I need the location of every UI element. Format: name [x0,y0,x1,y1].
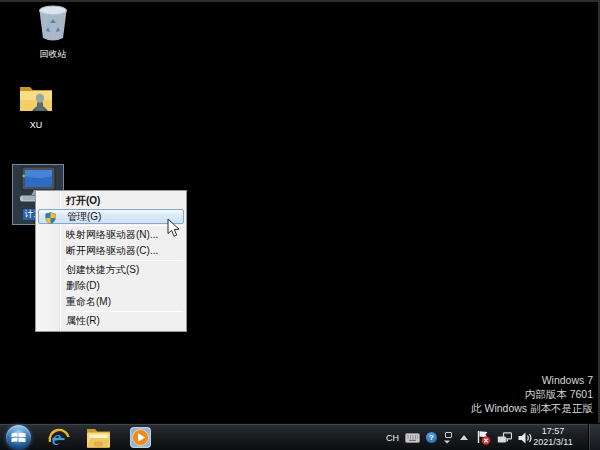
taskbar-media-player-button[interactable] [125,425,155,450]
menu-item-manage[interactable]: 管理(G) [38,209,184,224]
menu-item-open-label: 打开(O) [66,195,100,206]
clock-time: 17:57 [524,426,582,437]
menu-separator [66,311,183,312]
desktop-icon-user-folder[interactable]: XU [10,84,62,132]
menu-item-rename[interactable]: 重命名(M) [36,294,186,310]
show-desktop-button[interactable] [588,424,600,450]
windows-watermark: Windows 7 内部版本 7601 此 Windows 副本不是正版 [471,373,593,415]
windows-start-orb-icon [6,425,31,450]
menu-item-delete-label: 删除(D) [66,280,100,291]
menu-item-disconnect-network-drive-label: 断开网络驱动器(C)... [66,245,158,256]
menu-item-create-shortcut-label: 创建快捷方式(S) [66,264,139,275]
menu-item-rename-label: 重命名(M) [66,296,111,307]
mouse-cursor [167,218,181,238]
watermark-line-3: 此 Windows 副本不是正版 [471,401,593,415]
menu-item-properties-label: 属性(R) [66,315,100,326]
menu-item-map-network-drive[interactable]: 映射网络驱动器(N)... [36,227,186,243]
screen-top-edge [0,0,600,2]
menu-item-disconnect-network-drive[interactable]: 断开网络驱动器(C)... [36,243,186,259]
recycle-bin-icon [36,5,70,43]
clock-date: 2021/3/11 [524,437,582,448]
menu-item-open[interactable]: 打开(O) [36,193,186,209]
menu-item-manage-label: 管理(G) [67,211,101,222]
windows-explorer-folder-icon [86,427,111,449]
show-hidden-icons-button[interactable] [460,435,468,440]
computer-context-menu: 打开(O) 管理(G) 映射网络驱动器(N)... 断开网络驱动器(C)... … [35,190,187,332]
taskbar: e CH ? [0,423,600,450]
menu-separator [66,260,183,261]
watermark-line-1: Windows 7 [471,373,593,387]
language-options-icon[interactable] [443,432,452,444]
system-tray: CH ? [386,424,532,450]
watermark-line-2: 内部版本 7601 [471,387,593,401]
menu-item-map-network-drive-label: 映射网络驱动器(N)... [66,229,158,240]
menu-item-properties[interactable]: 属性(R) [36,313,186,329]
taskbar-clock[interactable]: 17:57 2021/3/11 [524,426,582,448]
uac-shield-icon [45,212,56,224]
windows-media-player-icon [129,426,152,449]
keyboard-icon[interactable] [405,433,420,443]
taskbar-internet-explorer-button[interactable]: e [44,425,74,450]
internet-explorer-icon: e [47,426,71,450]
menu-item-create-shortcut[interactable]: 创建快捷方式(S) [36,262,186,278]
menu-separator [66,225,183,226]
taskbar-windows-explorer-button[interactable] [83,425,113,450]
menu-item-delete[interactable]: 删除(D) [36,278,186,294]
start-button[interactable] [4,424,34,450]
recycle-bin-label: 回收站 [38,49,69,60]
user-folder-label: XU [28,120,45,131]
user-folder-icon [19,84,53,114]
input-language-indicator[interactable]: CH [386,433,399,443]
action-center-flag-icon[interactable] [476,430,491,445]
desktop-icon-recycle-bin[interactable]: 回收站 [27,5,79,61]
network-icon[interactable] [497,432,512,444]
language-bar-help-icon[interactable]: ? [426,432,437,443]
